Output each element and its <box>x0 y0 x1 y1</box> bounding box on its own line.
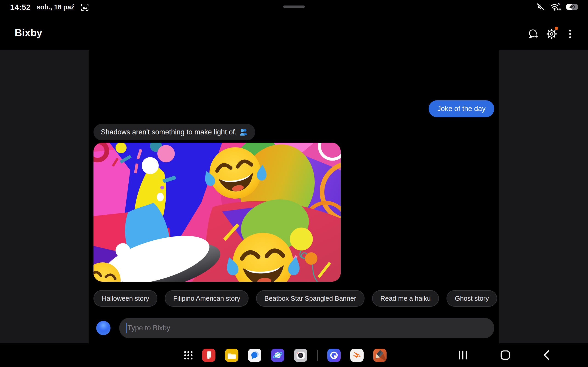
swift-playgrounds-icon[interactable] <box>350 349 363 362</box>
suggestion-chip-halloween-story[interactable]: Halloween story <box>94 290 157 307</box>
dock-apps <box>184 343 387 367</box>
bixby-message-text: Shadows aren't something to make light o… <box>101 128 237 136</box>
back-icon <box>541 349 553 361</box>
bixby-icon[interactable] <box>327 349 341 362</box>
text-cursor <box>126 323 127 333</box>
suggestion-chip-ghost-story[interactable]: Ghost story <box>447 290 497 307</box>
dock-separator <box>317 350 318 361</box>
status-bar: 14:52 sob., 18 paź 5 <box>0 0 588 14</box>
status-time: 14:52 <box>10 3 31 12</box>
bixby-logo-button[interactable] <box>96 321 111 335</box>
suggestion-chip-beatbox[interactable]: Beatbox Star Spangled Banner <box>256 290 364 307</box>
sketchbook-icon[interactable] <box>373 349 387 362</box>
recents-icon <box>456 349 469 361</box>
input-bar <box>89 318 499 338</box>
suggestion-chips: Halloween story Filipino American story … <box>94 290 497 307</box>
suggestion-chip-filipino-american-story[interactable]: Filipino American story <box>165 290 249 307</box>
dock <box>0 343 588 367</box>
user-message-text: Joke of the day <box>437 105 485 113</box>
text-input[interactable] <box>119 318 494 338</box>
screen-capture-icon <box>80 3 89 12</box>
screen: 14:52 sob., 18 paź 5 <box>0 0 588 367</box>
settings-button[interactable] <box>546 28 557 40</box>
drag-handle[interactable] <box>283 6 305 8</box>
more-options-button[interactable] <box>565 28 576 40</box>
mute-icon <box>536 2 545 11</box>
kebab-menu-icon <box>565 28 576 40</box>
recents-button[interactable] <box>456 349 469 361</box>
new-chat-icon <box>528 28 539 40</box>
left-dim-panel <box>0 50 89 343</box>
gear-icon <box>546 28 557 40</box>
camera-icon[interactable] <box>294 349 307 362</box>
settings-notification-dot <box>555 27 558 30</box>
new-chat-button[interactable] <box>528 28 539 40</box>
my-files-icon[interactable] <box>225 349 238 362</box>
text-input-field[interactable] <box>119 318 494 338</box>
user-message-bubble[interactable]: Joke of the day <box>429 100 494 117</box>
suggestion-chip-haiku[interactable]: Read me a haiku <box>372 290 439 307</box>
samsung-notes-icon[interactable] <box>202 349 216 362</box>
svg-text:5: 5 <box>558 2 560 6</box>
main-area: Joke of the day Shadows aren't something… <box>0 50 588 343</box>
messages-icon[interactable] <box>248 349 261 362</box>
battery-percent: 49 <box>566 4 578 10</box>
status-date: sob., 18 paź <box>36 3 74 11</box>
wifi-icon: 5 <box>550 2 561 12</box>
busts-in-silhouette-emoji <box>240 128 248 136</box>
app-drawer-icon[interactable] <box>184 351 192 359</box>
home-button[interactable] <box>499 349 512 361</box>
battery-indicator: 49 <box>566 4 578 10</box>
chat-area: Joke of the day Shadows aren't something… <box>89 50 499 343</box>
samsung-internet-icon[interactable] <box>271 349 284 362</box>
back-button[interactable] <box>541 349 553 361</box>
app-title: Bixby <box>15 27 42 39</box>
bixby-message-bubble[interactable]: Shadows aren't something to make light o… <box>94 124 255 140</box>
right-dim-panel <box>499 50 588 343</box>
joke-illustration[interactable] <box>94 143 341 282</box>
joke-image-svg <box>94 143 341 282</box>
home-icon <box>499 349 512 361</box>
